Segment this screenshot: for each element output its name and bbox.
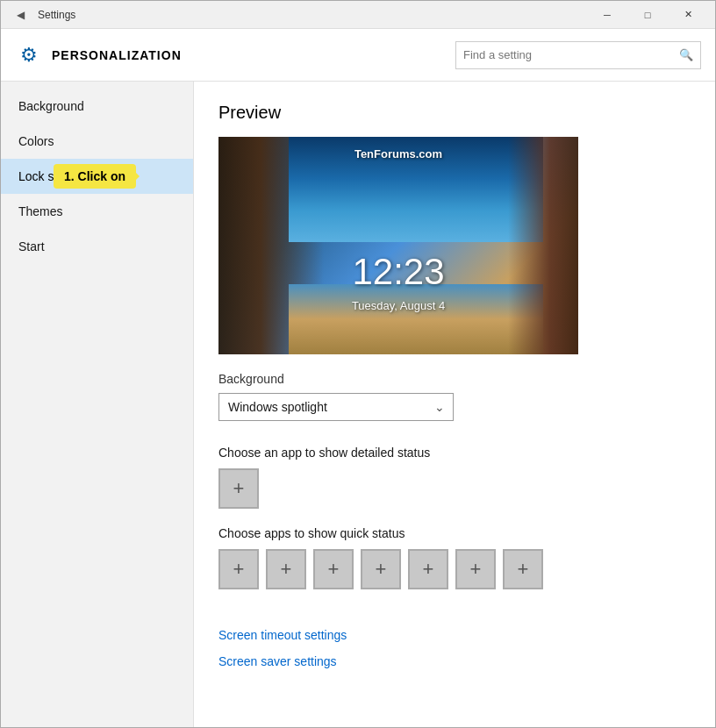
callout-1: 1. Click on	[54, 164, 136, 189]
sidebar-item-lock-screen[interactable]: Lock screen 1. Click on	[1, 159, 193, 194]
content-area: Preview TenForums.com 12:23 Tuesday, Aug…	[194, 82, 715, 727]
screen-saver-link[interactable]: Screen saver settings	[218, 654, 691, 668]
window-controls: ─ □ ✕	[587, 1, 708, 29]
gear-icon: ⚙	[15, 41, 43, 69]
detailed-status-label: Choose an app to show detailed status	[218, 446, 691, 460]
sidebar: Background Colors Lock screen 1. Click o…	[1, 82, 194, 727]
background-label: Background	[218, 372, 691, 386]
quick-status-buttons-row: + + + + + + +	[218, 549, 691, 607]
search-icon: 🔍	[679, 48, 693, 61]
app-body: Background Colors Lock screen 1. Click o…	[1, 82, 715, 727]
window-title: Settings	[38, 9, 75, 21]
sidebar-label-colors: Colors	[18, 134, 54, 148]
quick-status-button-2[interactable]: +	[266, 549, 306, 589]
quick-status-label: Choose apps to show quick status	[218, 526, 691, 540]
quick-status-button-7[interactable]: +	[503, 549, 543, 589]
quick-status-button-5[interactable]: +	[408, 549, 448, 589]
back-button[interactable]: ◀	[8, 3, 32, 27]
quick-status-button-4[interactable]: +	[361, 549, 401, 589]
sidebar-item-colors[interactable]: Colors	[1, 124, 193, 159]
sidebar-item-start[interactable]: Start	[1, 229, 193, 264]
preview-date: Tuesday, August 4	[352, 299, 445, 312]
sidebar-label-background: Background	[18, 99, 84, 113]
sidebar-label-themes: Themes	[18, 204, 63, 218]
maximize-button[interactable]: □	[627, 1, 668, 29]
minimize-button[interactable]: ─	[587, 1, 627, 29]
search-input[interactable]	[463, 48, 679, 61]
preview-time: 12:23	[352, 251, 444, 293]
search-box[interactable]: 🔍	[455, 41, 701, 69]
preview-title: Preview	[218, 103, 691, 123]
close-button[interactable]: ✕	[668, 1, 708, 29]
background-dropdown[interactable]: Windows spotlight Picture Slideshow	[218, 393, 454, 421]
sidebar-item-background[interactable]: Background	[1, 89, 193, 124]
screen-timeout-link[interactable]: Screen timeout settings	[218, 628, 691, 642]
preview-image: TenForums.com 12:23 Tuesday, August 4	[218, 137, 578, 354]
cave-right-decoration	[508, 137, 578, 354]
title-bar: ◀ Settings ─ □ ✕	[1, 1, 715, 29]
water-decoration	[289, 284, 543, 354]
sidebar-label-start: Start	[18, 239, 45, 253]
detailed-status-add-button[interactable]: +	[218, 468, 259, 509]
quick-status-button-6[interactable]: +	[455, 549, 496, 589]
sidebar-item-themes[interactable]: Themes	[1, 194, 193, 229]
app-header: ⚙ PERSONALIZATION 🔍	[1, 29, 715, 82]
settings-window: ◀ Settings ─ □ ✕ ⚙ PERSONALIZATION 🔍 Bac…	[0, 0, 716, 728]
app-title: PERSONALIZATION	[52, 48, 182, 62]
background-dropdown-wrapper: 2. Select Windows spotlight Picture Slid…	[218, 393, 454, 421]
callout-bubble-1: 1. Click on	[54, 164, 136, 189]
quick-status-button-1[interactable]: +	[218, 549, 259, 589]
quick-status-button-3[interactable]: +	[313, 549, 354, 589]
preview-watermark: TenForums.com	[354, 147, 442, 161]
